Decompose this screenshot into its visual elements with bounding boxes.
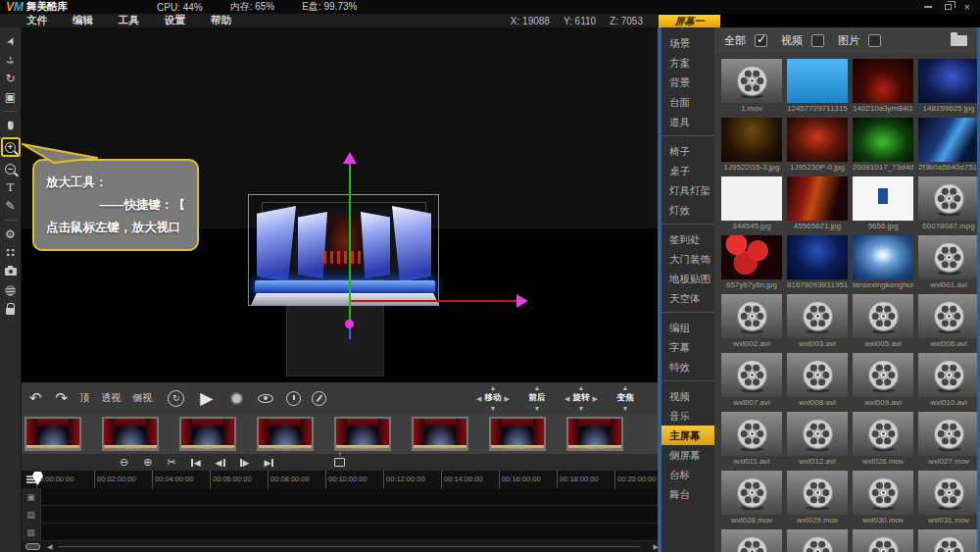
category-item[interactable]: 视频 xyxy=(662,386,714,406)
camera-pad[interactable]: ▲ ▼ ◀ ▶ 前后 xyxy=(519,384,555,412)
category-item[interactable]: 字幕 xyxy=(662,337,714,357)
category-item[interactable]: 背景 xyxy=(662,73,714,92)
stage-model[interactable] xyxy=(227,155,551,380)
visibility-eye-icon[interactable] xyxy=(258,394,273,403)
file-thumbnail[interactable] xyxy=(787,118,848,162)
gizmo-z-axis[interactable] xyxy=(349,328,351,339)
file-item[interactable]: wxl029.mov xyxy=(787,471,848,526)
file-item[interactable]: 344545.jpg xyxy=(721,176,782,231)
file-item[interactable]: wxl008.avi xyxy=(787,353,848,408)
category-item[interactable]: 方案 xyxy=(662,53,714,73)
file-item[interactable]: wxl001.avi xyxy=(918,235,977,290)
file-thumbnail[interactable] xyxy=(721,471,782,515)
export-icon[interactable] xyxy=(334,458,345,467)
close-icon[interactable]: × xyxy=(964,3,970,11)
file-item[interactable]: wxl009.avi xyxy=(853,353,913,408)
category-item[interactable]: 台标 xyxy=(662,465,714,484)
timeline-track-row[interactable]: ▧ xyxy=(22,524,659,541)
stage-thumbnail[interactable] xyxy=(566,417,623,451)
file-item[interactable]: 140210a3ym84l1v7... xyxy=(853,59,913,114)
file-item[interactable]: 1J9522G5-3.jpg xyxy=(721,118,782,173)
skip-end-icon[interactable]: ▶ xyxy=(264,458,273,468)
cut-scissors-icon[interactable]: ✂ xyxy=(167,456,175,469)
minimize-icon[interactable] xyxy=(924,6,932,8)
power-icon[interactable] xyxy=(312,391,326,406)
gizmo-origin-handle[interactable] xyxy=(345,320,354,328)
timeline-zoom-in-icon[interactable]: ⊕ xyxy=(143,456,152,469)
stage-thumbnail[interactable] xyxy=(489,417,546,451)
timeline-zoom-out-icon[interactable]: ⊖ xyxy=(120,456,128,469)
file-item[interactable]: wxl027.mov xyxy=(918,412,977,467)
file-thumbnail[interactable] xyxy=(918,471,977,515)
pad-right-arrow[interactable]: ▶ xyxy=(593,395,598,402)
file-item[interactable]: wxl006.avi xyxy=(918,294,977,349)
camera-pad[interactable]: ▲ ▼ ◀ ▶ 移动 xyxy=(475,384,511,412)
category-item[interactable]: 大门装饰 xyxy=(662,249,714,269)
file-thumbnail[interactable] xyxy=(853,353,913,397)
view-mode-button[interactable]: 顶 xyxy=(79,391,89,405)
file-thumbnail[interactable] xyxy=(853,529,913,552)
pad-down-arrow[interactable]: ▼ xyxy=(490,405,497,412)
filter-option[interactable]: 图片 xyxy=(838,33,881,48)
file-thumbnail[interactable] xyxy=(918,118,977,162)
scale-tool-icon[interactable]: ▣ xyxy=(2,90,20,104)
file-thumbnail[interactable] xyxy=(721,118,782,162)
timeline-ruler[interactable]: 0:00:00:0000:02:00:0000:04:00:0000:06:00… xyxy=(22,471,659,488)
screen-one-button[interactable]: 屏幕一 xyxy=(659,15,720,27)
camera-icon[interactable] xyxy=(2,265,20,278)
timeline-track-row[interactable]: ▣ xyxy=(22,488,659,506)
file-thumbnail[interactable] xyxy=(787,353,848,397)
file-item[interactable]: wxl030.mov xyxy=(853,471,913,526)
file-item[interactable]: 657y67y6n.jpg xyxy=(721,235,782,290)
category-item[interactable]: 椅子 xyxy=(662,141,714,161)
stage-thumbnail[interactable] xyxy=(179,417,236,451)
file-item[interactable] xyxy=(721,529,782,552)
timeline-hscroll[interactable]: ◀ ▶ xyxy=(22,541,659,552)
stage-thumbnail[interactable] xyxy=(24,417,81,451)
file-item[interactable]: 148159625.jpg xyxy=(918,59,977,114)
track-type-icon[interactable]: ▣ xyxy=(22,488,41,505)
track-type-icon[interactable]: ▤ xyxy=(22,506,41,523)
category-item[interactable]: 场景 xyxy=(662,33,714,53)
pad-down-arrow[interactable]: ▼ xyxy=(578,405,585,412)
file-thumbnail[interactable] xyxy=(721,176,782,221)
view-mode-button[interactable]: 透视 xyxy=(101,391,121,405)
pad-up-arrow[interactable]: ▲ xyxy=(622,384,629,391)
file-item[interactable]: wxl012.avi xyxy=(787,412,848,467)
filter-checkbox[interactable] xyxy=(755,34,767,47)
file-item[interactable]: wxl011.avi xyxy=(721,412,782,467)
file-thumbnail[interactable] xyxy=(787,471,848,515)
restore-icon[interactable] xyxy=(945,4,952,10)
filter-checkbox[interactable] xyxy=(811,34,824,47)
zoom-out-tool[interactable]: – xyxy=(2,162,20,176)
category-item[interactable]: 桌子 xyxy=(662,161,714,180)
pad-left-arrow[interactable]: ◀ xyxy=(564,395,569,402)
clock-icon[interactable] xyxy=(286,391,301,406)
file-thumbnail[interactable] xyxy=(853,176,913,221)
category-item[interactable]: 灯效 xyxy=(662,200,714,220)
category-item[interactable]: 道具 xyxy=(662,112,714,131)
stage-thumbnail[interactable] xyxy=(102,417,159,451)
zoom-in-tool-active[interactable]: + xyxy=(1,137,21,157)
category-item[interactable]: 地板贴图 xyxy=(662,269,714,288)
fullscreen-icon[interactable]: ∷ xyxy=(2,246,20,260)
pad-right-arrow[interactable]: ▶ xyxy=(505,395,510,402)
file-thumbnail[interactable] xyxy=(918,294,977,338)
file-thumbnail[interactable] xyxy=(853,412,913,456)
redo-icon[interactable]: ↷ xyxy=(56,389,69,407)
file-thumbnail[interactable] xyxy=(918,353,977,397)
filter-option[interactable]: 视频 xyxy=(781,33,824,48)
rotate-tool-icon[interactable]: ↻ xyxy=(2,72,20,85)
menu-item[interactable]: 工具 xyxy=(106,14,152,27)
hscroll-slider-icon[interactable] xyxy=(25,543,40,550)
file-thumbnail[interactable] xyxy=(721,59,782,103)
file-item[interactable] xyxy=(918,529,977,552)
filter-checkbox[interactable] xyxy=(868,34,881,47)
timeline-track-row[interactable]: ▤ xyxy=(22,506,659,524)
category-item[interactable]: 特效 xyxy=(662,357,714,376)
file-thumbnail[interactable] xyxy=(853,294,913,338)
pad-up-arrow[interactable]: ▲ xyxy=(490,384,497,391)
gizmo-x-axis[interactable] xyxy=(351,300,519,302)
menu-item[interactable]: 编辑 xyxy=(60,14,106,27)
category-item[interactable]: 签到处 xyxy=(662,229,714,249)
